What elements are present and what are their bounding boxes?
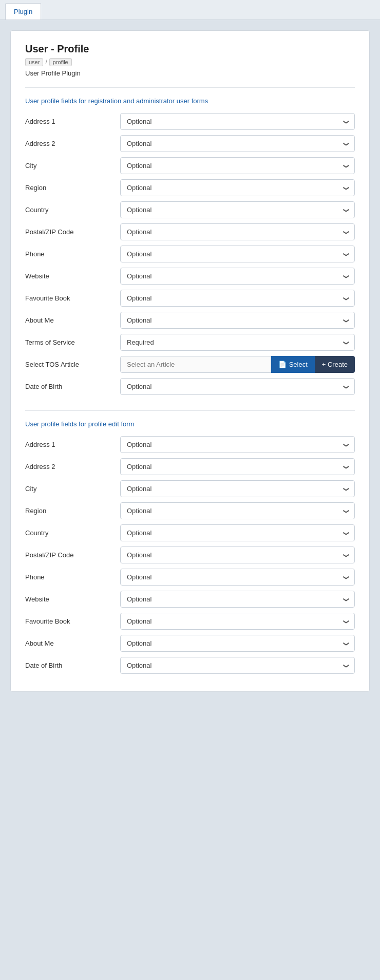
section1-select-5[interactable]: OptionalRequiredDisabled: [120, 223, 355, 240]
section1-select-container-9: OptionalRequiredDisabled: [120, 312, 355, 329]
section1-select-container-2: OptionalRequiredDisabled: [120, 157, 355, 174]
section2-select-wrapper-0: OptionalRequiredDisabled: [120, 436, 355, 453]
plugin-description: User Profile Plugin: [25, 69, 355, 77]
section2-select-wrapper-4: OptionalRequiredDisabled: [120, 524, 355, 541]
file-icon: 📄: [278, 361, 287, 368]
tab-bar: Plugin: [0, 0, 380, 20]
section1-field-row-2: CityOptionalRequiredDisabled: [25, 157, 355, 174]
section1-select-8[interactable]: OptionalRequiredDisabled: [120, 290, 355, 307]
section2-select-container-7: OptionalRequiredDisabled: [120, 591, 355, 608]
section1-fields: Address 1OptionalRequiredDisabledAddress…: [25, 113, 355, 351]
section2-field-row-6: PhoneOptionalRequiredDisabled: [25, 569, 355, 586]
section2-select-10[interactable]: OptionalRequiredDisabled: [120, 657, 355, 674]
breadcrumb-sep: /: [45, 59, 47, 66]
section2-field-label-10: Date of Birth: [25, 662, 120, 669]
dob-row: Date of Birth Optional Required Disabled: [25, 378, 355, 395]
section1-field-label-4: Country: [25, 206, 120, 214]
section1-select-4[interactable]: OptionalRequiredDisabled: [120, 201, 355, 218]
section1-select-wrapper-8: OptionalRequiredDisabled: [120, 290, 355, 307]
section2-select-container-10: OptionalRequiredDisabled: [120, 657, 355, 674]
section1-select-container-4: OptionalRequiredDisabled: [120, 201, 355, 218]
section1-field-label-1: Address 2: [25, 140, 120, 147]
section2-select-wrapper-8: OptionalRequiredDisabled: [120, 613, 355, 630]
section1-field-row-0: Address 1OptionalRequiredDisabled: [25, 113, 355, 130]
section1-select-wrapper-1: OptionalRequiredDisabled: [120, 135, 355, 152]
page-content: User - Profile user / profile User Profi…: [0, 20, 380, 980]
section2-select-wrapper-9: OptionalRequiredDisabled: [120, 635, 355, 652]
section1-field-label-5: Postal/ZIP Code: [25, 228, 120, 236]
section1-field-row-9: About MeOptionalRequiredDisabled: [25, 312, 355, 329]
tos-create-label: + Create: [322, 361, 348, 368]
section1-select-10[interactable]: OptionalRequiredDisabled: [120, 334, 355, 351]
section2-select-container-6: OptionalRequiredDisabled: [120, 569, 355, 586]
section1-field-row-1: Address 2OptionalRequiredDisabled: [25, 135, 355, 152]
dob-label: Date of Birth: [25, 383, 120, 390]
section1-field-row-10: Terms of ServiceOptionalRequiredDisabled: [25, 334, 355, 351]
section2-select-wrapper-6: OptionalRequiredDisabled: [120, 569, 355, 586]
section1-select-1[interactable]: OptionalRequiredDisabled: [120, 135, 355, 152]
section1-select-2[interactable]: OptionalRequiredDisabled: [120, 157, 355, 174]
section1-select-container-5: OptionalRequiredDisabled: [120, 223, 355, 240]
section1-field-label-8: Favourite Book: [25, 294, 120, 302]
section2-select-5[interactable]: OptionalRequiredDisabled: [120, 546, 355, 563]
section1-select-wrapper-7: OptionalRequiredDisabled: [120, 268, 355, 285]
section2-select-2[interactable]: OptionalRequiredDisabled: [120, 480, 355, 497]
tos-article-controls: 📄 Select + Create: [120, 356, 355, 373]
section2-select-wrapper-1: OptionalRequiredDisabled: [120, 458, 355, 475]
section2-field-row-9: About MeOptionalRequiredDisabled: [25, 635, 355, 652]
page-title: User - Profile: [25, 43, 355, 55]
section1-select-7[interactable]: OptionalRequiredDisabled: [120, 268, 355, 285]
section1-field-row-4: CountryOptionalRequiredDisabled: [25, 201, 355, 218]
section2-select-container-8: OptionalRequiredDisabled: [120, 613, 355, 630]
section2-select-container-5: OptionalRequiredDisabled: [120, 546, 355, 563]
section2-field-label-9: About Me: [25, 639, 120, 647]
section1-field-label-6: Phone: [25, 250, 120, 258]
section1-field-row-5: Postal/ZIP CodeOptionalRequiredDisabled: [25, 223, 355, 240]
breadcrumb-profile: profile: [49, 58, 72, 66]
section1-select-container-10: OptionalRequiredDisabled: [120, 334, 355, 351]
section1-select-container-1: OptionalRequiredDisabled: [120, 135, 355, 152]
section1-field-row-3: RegionOptionalRequiredDisabled: [25, 179, 355, 196]
section2-field-row-7: WebsiteOptionalRequiredDisabled: [25, 591, 355, 608]
section2-select-0[interactable]: OptionalRequiredDisabled: [120, 436, 355, 453]
tos-article-input[interactable]: [120, 356, 271, 373]
section2-select-wrapper-2: OptionalRequiredDisabled: [120, 480, 355, 497]
section1-field-row-6: PhoneOptionalRequiredDisabled: [25, 246, 355, 262]
section2-select-3[interactable]: OptionalRequiredDisabled: [120, 502, 355, 519]
section2-select-7[interactable]: OptionalRequiredDisabled: [120, 591, 355, 608]
section1-select-container-8: OptionalRequiredDisabled: [120, 290, 355, 307]
section1-select-wrapper-3: OptionalRequiredDisabled: [120, 179, 355, 196]
section1-select-container-0: OptionalRequiredDisabled: [120, 113, 355, 130]
tab-plugin[interactable]: Plugin: [5, 3, 41, 20]
section1-select-9[interactable]: OptionalRequiredDisabled: [120, 312, 355, 329]
section1-select-0[interactable]: OptionalRequiredDisabled: [120, 113, 355, 130]
section2-select-8[interactable]: OptionalRequiredDisabled: [120, 613, 355, 630]
dob-select-wrapper: Optional Required Disabled: [120, 378, 355, 395]
section2-field-label-8: Favourite Book: [25, 617, 120, 625]
section1-select-wrapper-10: OptionalRequiredDisabled: [120, 334, 355, 351]
section2-select-4[interactable]: OptionalRequiredDisabled: [120, 524, 355, 541]
section2-select-6[interactable]: OptionalRequiredDisabled: [120, 569, 355, 586]
section1-title: User profile fields for registration and…: [25, 97, 355, 105]
section1-select-container-6: OptionalRequiredDisabled: [120, 246, 355, 262]
tos-create-button[interactable]: + Create: [315, 356, 355, 373]
section1-select-wrapper-6: OptionalRequiredDisabled: [120, 246, 355, 262]
section2-select-9[interactable]: OptionalRequiredDisabled: [120, 635, 355, 652]
section2-field-label-3: Region: [25, 507, 120, 515]
section2-field-row-3: RegionOptionalRequiredDisabled: [25, 502, 355, 519]
tos-select-button[interactable]: 📄 Select: [271, 356, 315, 373]
section2-field-label-0: Address 1: [25, 441, 120, 448]
section2-field-row-10: Date of BirthOptionalRequiredDisabled: [25, 657, 355, 674]
section1-select-wrapper-0: OptionalRequiredDisabled: [120, 113, 355, 130]
section1-select-3[interactable]: OptionalRequiredDisabled: [120, 179, 355, 196]
divider-2: [25, 410, 355, 411]
section1-select-wrapper-2: OptionalRequiredDisabled: [120, 157, 355, 174]
section2-field-label-4: Country: [25, 529, 120, 537]
section1-select-6[interactable]: OptionalRequiredDisabled: [120, 246, 355, 262]
section1-field-label-10: Terms of Service: [25, 338, 120, 346]
section1-select-wrapper-4: OptionalRequiredDisabled: [120, 201, 355, 218]
section2-select-container-2: OptionalRequiredDisabled: [120, 480, 355, 497]
dob-select[interactable]: Optional Required Disabled: [120, 378, 355, 395]
section2-select-1[interactable]: OptionalRequiredDisabled: [120, 458, 355, 475]
section2-select-wrapper-3: OptionalRequiredDisabled: [120, 502, 355, 519]
